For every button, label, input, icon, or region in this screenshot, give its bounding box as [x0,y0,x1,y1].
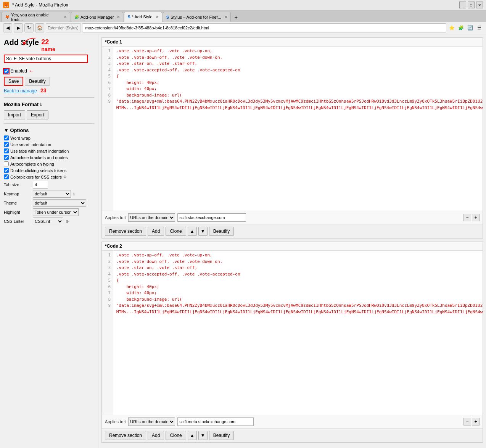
colorpickers-settings-icon[interactable]: ⚙ [63,175,67,179]
code1-remove-button[interactable]: Remove section [105,227,146,236]
tab-traditions-label: Yes, you can enable tradi... [11,13,61,22]
code1-line-numbers: 12345 6789 [102,47,113,211]
annotation-arrow-enabled: ← [29,68,35,74]
tab-add-style-label: * Add Style [132,15,153,19]
code1-minus-button[interactable]: − [463,214,471,221]
smart-indent-label: Use smart indentation [10,142,51,147]
option-autocomplete: Autocomplete on typing [4,161,94,166]
code2-remove-button[interactable]: Remove section [105,431,146,440]
code1-applies-value-input[interactable] [177,213,246,222]
autocomplete-checkbox[interactable] [4,161,9,166]
address-bar[interactable] [82,23,446,32]
tab-add-style-icon: S [127,15,130,19]
option-smart-indent: Use smart indentation [4,142,94,147]
annotation-22: 22 [41,38,49,46]
code2-title: *Code 2 [102,242,483,251]
tab-size-input[interactable] [33,181,48,189]
export-button[interactable]: Export [27,110,48,119]
code2-applies-pm: − + [463,418,480,425]
bookmark-icon[interactable]: ⭐ [448,24,455,32]
option-autoclose: Autoclose brackets and quotes [4,155,94,160]
autoclose-checkbox[interactable] [4,155,9,160]
close-button[interactable]: ✕ [476,2,483,8]
code2-down-button[interactable]: ▼ [198,431,208,440]
code2-minus-button[interactable]: − [463,418,471,425]
new-tab-button[interactable]: + [232,13,241,22]
code1-clone-button[interactable]: Clone [166,227,186,236]
import-button[interactable]: Import [4,110,25,119]
beautify-button[interactable]: Beautify [25,77,50,86]
back-to-manage-button[interactable]: Back to manage [4,88,37,93]
code2-applies-type-select[interactable]: URLs on the domain [128,417,175,426]
theme-select[interactable]: default [33,199,86,207]
back-button[interactable]: ◀ [3,23,12,32]
code2-applies-bar: Applies to ℹ URLs on the domain − + [102,415,483,428]
highlight-row: Highlight Token under cursor [4,208,94,216]
code2-add-button[interactable]: Add [148,431,164,440]
keymap-select[interactable]: default [33,190,71,198]
tab-traditions[interactable]: 🦊 Yes, you can enable tradi... ✕ [2,12,70,22]
code1-down-button[interactable]: ▼ [198,227,208,236]
css-linter-select[interactable]: CSSLint [33,218,63,225]
smart-indent-checkbox[interactable] [4,142,9,147]
menu-icon[interactable]: ☰ [475,24,483,32]
tab-addons-manager[interactable]: 🧩 Add-ons Manager ✕ [71,12,123,22]
enabled-checkbox[interactable] [4,69,9,74]
highlight-select[interactable]: Token under cursor [33,208,79,216]
style-name-input[interactable] [4,55,88,63]
colorpickers-checkbox[interactable] [4,174,9,179]
option-colorpickers: Colorpickers for CSS colors ⚙ [4,174,94,179]
code1-editor: 12345 6789 .vote .vote-up-off, .vote .vo… [102,47,483,211]
extension-icon[interactable]: 🧩 [457,24,465,32]
code1-title: *Code 1 [102,38,483,47]
tab-traditions-close[interactable]: ✕ [64,15,67,19]
code2-up-button[interactable]: ▲ [188,431,197,440]
double-click-checkbox[interactable] [4,168,9,173]
code2-line-numbers: 12345 6789 [102,251,113,415]
code1-up-button[interactable]: ▲ [188,227,197,236]
theme-label: Theme [4,201,31,205]
tab-stylus-close[interactable]: ✕ [224,15,227,19]
code2-plus-button[interactable]: + [472,418,480,425]
code2-section-actions: Remove section Add Clone ▲ ▼ Beautify [102,428,483,442]
sync-icon[interactable]: 🔄 [466,24,474,32]
code-section-1: *Code 1 12345 6789 .vote .vote-up-off, .… [101,37,483,239]
theme-row: Theme default [4,199,94,207]
tab-addons-close[interactable]: ✕ [117,15,120,19]
word-wrap-checkbox[interactable] [4,135,9,140]
code1-beautify-button[interactable]: Beautify [209,227,234,236]
tabs-smart-indent-checkbox[interactable] [4,148,9,153]
mozilla-format-label: Mozilla Format [4,102,39,107]
save-button[interactable]: Save [4,77,23,86]
code1-plus-button[interactable]: + [472,214,480,221]
annotation-name: name [41,46,55,52]
window-controls: _ □ ✕ [459,2,483,8]
code1-add-button[interactable]: Add [148,227,164,236]
autocomplete-label: Autocomplete on typing [10,162,54,166]
tab-add-style[interactable]: S * Add Style ✕ [124,12,162,22]
option-tabs-smart-indent: Use tabs with smart indentation [4,148,94,153]
code2-applies-value-input[interactable] [177,417,254,426]
minimize-button[interactable]: _ [459,2,466,8]
css-linter-settings-icon[interactable]: ⚙ [66,219,69,224]
code1-applies-type-select[interactable]: URLs on the domain [128,213,175,222]
home-button[interactable]: 🏠 [35,23,44,32]
reload-button[interactable]: ↻ [24,23,34,32]
code1-applies-info-icon: ℹ [124,216,126,220]
code2-beautify-button[interactable]: Beautify [209,431,234,440]
tab-stylus[interactable]: S Stylus – Add-ons for Firef... ✕ [163,12,231,22]
code1-content[interactable]: .vote .vote-up-off, .vote .vote-up-on, .… [113,47,483,211]
keymap-row: Keymap default ℹ [4,190,94,198]
code2-clone-button[interactable]: Clone [166,431,186,440]
nav-bar: ◀ ▶ ↻ 🏠 Extension (Stylus) ⭐ 🧩 🔄 ☰ [0,22,486,34]
maximize-button[interactable]: □ [468,2,475,8]
mozilla-format-info: ℹ [40,102,42,106]
browser-icon: 🦊 [3,2,9,8]
tab-size-row: Tab size [4,181,94,189]
title-bar: 🦊 * Add Style - Mozilla Firefox _ □ ✕ [0,0,486,10]
tab-add-style-close[interactable]: ✕ [156,15,159,19]
options-arrow: ▼ [4,127,10,133]
tab-addons-icon: 🧩 [74,15,79,19]
forward-button[interactable]: ▶ [14,23,23,32]
code2-content[interactable]: .vote .vote-up-off, .vote .vote-up-on, .… [113,251,483,415]
